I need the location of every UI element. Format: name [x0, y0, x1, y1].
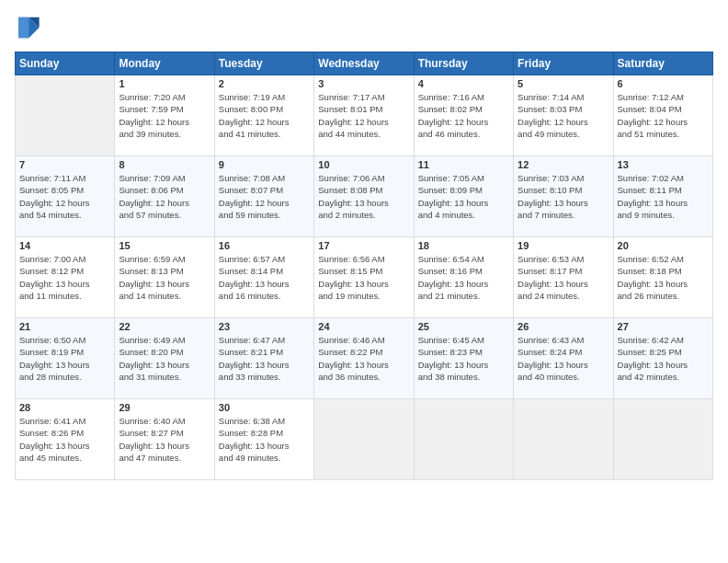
calendar-cell: [314, 399, 414, 480]
day-number: 29: [119, 402, 210, 413]
calendar-cell: 26Sunrise: 6:43 AM Sunset: 8:24 PM Dayli…: [514, 318, 613, 399]
calendar-cell: 24Sunrise: 6:46 AM Sunset: 8:22 PM Dayli…: [314, 318, 414, 399]
day-number: 17: [318, 240, 409, 251]
day-number: 12: [518, 159, 609, 170]
day-info: Sunrise: 6:57 AM Sunset: 8:14 PM Dayligh…: [219, 253, 310, 302]
day-number: 23: [219, 321, 310, 332]
calendar-cell: 17Sunrise: 6:56 AM Sunset: 8:15 PM Dayli…: [314, 237, 414, 318]
day-info: Sunrise: 6:56 AM Sunset: 8:15 PM Dayligh…: [318, 253, 409, 302]
day-info: Sunrise: 7:14 AM Sunset: 8:03 PM Dayligh…: [518, 91, 609, 140]
calendar-cell: 29Sunrise: 6:40 AM Sunset: 8:27 PM Dayli…: [115, 399, 214, 480]
day-number: 1: [119, 78, 210, 89]
day-info: Sunrise: 7:05 AM Sunset: 8:09 PM Dayligh…: [418, 172, 509, 221]
day-number: 10: [318, 159, 409, 170]
day-number: 13: [618, 159, 709, 170]
calendar-cell: 4Sunrise: 7:16 AM Sunset: 8:02 PM Daylig…: [414, 75, 513, 156]
day-number: 28: [19, 402, 110, 413]
weekday-header-saturday: Saturday: [613, 52, 712, 75]
day-info: Sunrise: 6:53 AM Sunset: 8:17 PM Dayligh…: [518, 253, 609, 302]
weekday-header-wednesday: Wednesday: [314, 52, 414, 75]
svg-marker-2: [18, 17, 28, 38]
day-number: 3: [318, 78, 409, 89]
day-info: Sunrise: 6:41 AM Sunset: 8:26 PM Dayligh…: [19, 415, 110, 464]
day-info: Sunrise: 7:00 AM Sunset: 8:12 PM Dayligh…: [19, 253, 110, 302]
day-number: 8: [119, 159, 210, 170]
day-info: Sunrise: 7:16 AM Sunset: 8:02 PM Dayligh…: [418, 91, 509, 140]
calendar-cell: 12Sunrise: 7:03 AM Sunset: 8:10 PM Dayli…: [514, 156, 613, 237]
calendar-cell: 30Sunrise: 6:38 AM Sunset: 8:28 PM Dayli…: [214, 399, 313, 480]
week-row-5: 28Sunrise: 6:41 AM Sunset: 8:26 PM Dayli…: [16, 399, 713, 480]
day-info: Sunrise: 7:11 AM Sunset: 8:05 PM Dayligh…: [19, 172, 110, 221]
calendar-cell: 1Sunrise: 7:20 AM Sunset: 7:59 PM Daylig…: [115, 75, 214, 156]
week-row-4: 21Sunrise: 6:50 AM Sunset: 8:19 PM Dayli…: [16, 318, 713, 399]
day-number: 19: [518, 240, 609, 251]
calendar-cell: 20Sunrise: 6:52 AM Sunset: 8:18 PM Dayli…: [613, 237, 712, 318]
day-number: 6: [618, 78, 709, 89]
day-info: Sunrise: 6:54 AM Sunset: 8:16 PM Dayligh…: [418, 253, 509, 302]
calendar-cell: 22Sunrise: 6:49 AM Sunset: 8:20 PM Dayli…: [115, 318, 214, 399]
day-number: 14: [19, 240, 110, 251]
day-info: Sunrise: 7:12 AM Sunset: 8:04 PM Dayligh…: [618, 91, 709, 140]
day-info: Sunrise: 6:59 AM Sunset: 8:13 PM Dayligh…: [119, 253, 210, 302]
day-info: Sunrise: 7:19 AM Sunset: 8:00 PM Dayligh…: [219, 91, 310, 140]
calendar-cell: [613, 399, 712, 480]
calendar-table: SundayMondayTuesdayWednesdayThursdayFrid…: [15, 52, 713, 480]
day-info: Sunrise: 6:47 AM Sunset: 8:21 PM Dayligh…: [219, 334, 310, 383]
calendar-cell: 10Sunrise: 7:06 AM Sunset: 8:08 PM Dayli…: [314, 156, 414, 237]
day-number: 22: [119, 321, 210, 332]
day-number: 27: [618, 321, 709, 332]
week-row-3: 14Sunrise: 7:00 AM Sunset: 8:12 PM Dayli…: [16, 237, 713, 318]
day-number: 5: [518, 78, 609, 89]
calendar-cell: 3Sunrise: 7:17 AM Sunset: 8:01 PM Daylig…: [314, 75, 414, 156]
day-info: Sunrise: 7:02 AM Sunset: 8:11 PM Dayligh…: [618, 172, 709, 221]
day-info: Sunrise: 7:17 AM Sunset: 8:01 PM Dayligh…: [318, 91, 409, 140]
weekday-header-sunday: Sunday: [16, 52, 115, 75]
day-info: Sunrise: 6:42 AM Sunset: 8:25 PM Dayligh…: [618, 334, 709, 383]
day-info: Sunrise: 6:40 AM Sunset: 8:27 PM Dayligh…: [119, 415, 210, 464]
calendar-cell: 23Sunrise: 6:47 AM Sunset: 8:21 PM Dayli…: [214, 318, 313, 399]
day-info: Sunrise: 6:46 AM Sunset: 8:22 PM Dayligh…: [318, 334, 409, 383]
day-info: Sunrise: 7:20 AM Sunset: 7:59 PM Dayligh…: [119, 91, 210, 140]
calendar-cell: 2Sunrise: 7:19 AM Sunset: 8:00 PM Daylig…: [214, 75, 313, 156]
calendar-cell: 21Sunrise: 6:50 AM Sunset: 8:19 PM Dayli…: [16, 318, 115, 399]
day-info: Sunrise: 6:50 AM Sunset: 8:19 PM Dayligh…: [19, 334, 110, 383]
day-number: 2: [219, 78, 310, 89]
logo-icon: [15, 15, 40, 40]
day-info: Sunrise: 6:43 AM Sunset: 8:24 PM Dayligh…: [518, 334, 609, 383]
day-info: Sunrise: 7:08 AM Sunset: 8:07 PM Dayligh…: [219, 172, 310, 221]
calendar-cell: [16, 75, 115, 156]
weekday-header-monday: Monday: [115, 52, 214, 75]
calendar-cell: 5Sunrise: 7:14 AM Sunset: 8:03 PM Daylig…: [514, 75, 613, 156]
calendar-cell: 19Sunrise: 6:53 AM Sunset: 8:17 PM Dayli…: [514, 237, 613, 318]
weekday-header-tuesday: Tuesday: [214, 52, 313, 75]
calendar-cell: 18Sunrise: 6:54 AM Sunset: 8:16 PM Dayli…: [414, 237, 513, 318]
logo: [15, 15, 44, 40]
calendar-cell: 9Sunrise: 7:08 AM Sunset: 8:07 PM Daylig…: [214, 156, 313, 237]
calendar-cell: 14Sunrise: 7:00 AM Sunset: 8:12 PM Dayli…: [16, 237, 115, 318]
day-info: Sunrise: 6:45 AM Sunset: 8:23 PM Dayligh…: [418, 334, 509, 383]
calendar-cell: [514, 399, 613, 480]
day-number: 16: [219, 240, 310, 251]
calendar-cell: [414, 399, 513, 480]
calendar-cell: 6Sunrise: 7:12 AM Sunset: 8:04 PM Daylig…: [613, 75, 712, 156]
weekday-header-thursday: Thursday: [414, 52, 513, 75]
header: [15, 15, 713, 40]
main-container: SundayMondayTuesdayWednesdayThursdayFrid…: [0, 0, 728, 489]
day-number: 25: [418, 321, 509, 332]
day-number: 9: [219, 159, 310, 170]
day-number: 11: [418, 159, 509, 170]
day-number: 18: [418, 240, 509, 251]
calendar-cell: 13Sunrise: 7:02 AM Sunset: 8:11 PM Dayli…: [613, 156, 712, 237]
day-number: 24: [318, 321, 409, 332]
day-info: Sunrise: 6:52 AM Sunset: 8:18 PM Dayligh…: [618, 253, 709, 302]
day-number: 15: [119, 240, 210, 251]
day-number: 7: [19, 159, 110, 170]
calendar-cell: 8Sunrise: 7:09 AM Sunset: 8:06 PM Daylig…: [115, 156, 214, 237]
day-info: Sunrise: 7:03 AM Sunset: 8:10 PM Dayligh…: [518, 172, 609, 221]
calendar-cell: 27Sunrise: 6:42 AM Sunset: 8:25 PM Dayli…: [613, 318, 712, 399]
day-number: 30: [219, 402, 310, 413]
weekday-header-row: SundayMondayTuesdayWednesdayThursdayFrid…: [16, 52, 713, 75]
day-number: 20: [618, 240, 709, 251]
calendar-cell: 25Sunrise: 6:45 AM Sunset: 8:23 PM Dayli…: [414, 318, 513, 399]
weekday-header-friday: Friday: [514, 52, 613, 75]
